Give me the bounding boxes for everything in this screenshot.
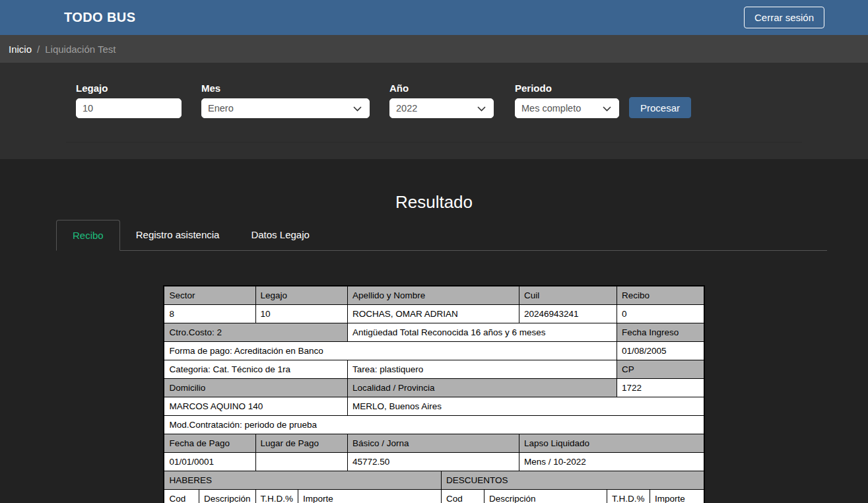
table-row: SectorLegajoApellido y NombreCuilRecibo bbox=[164, 286, 704, 305]
table-cell: Domicilio bbox=[164, 379, 347, 397]
table-row: MARCOS AQUINO 140MERLO, Buenos Aires bbox=[164, 397, 704, 416]
table-cell: Mod.Contratación: periodo de prueba bbox=[164, 416, 704, 434]
result-title: Resultado bbox=[0, 159, 868, 213]
periodo-label: Periodo bbox=[515, 83, 619, 94]
breadcrumb-separator: / bbox=[37, 44, 40, 55]
table-cell: Tarea: plastiquero bbox=[348, 360, 617, 379]
table-cell: Recibo bbox=[617, 286, 704, 305]
legajo-field: Legajo bbox=[76, 83, 182, 118]
table-row: Forma de pago: Acreditación en Banco01/0… bbox=[164, 342, 704, 360]
table-cell: Importe bbox=[650, 490, 704, 503]
receipt-table-wrap: SectorLegajoApellido y NombreCuilRecibo8… bbox=[0, 285, 868, 503]
table-cell: Antigüedad Total Reconocida 16 años y 6 … bbox=[348, 323, 617, 342]
table-row: CodDescripciónT.H.D.%ImporteCodDescripci… bbox=[164, 490, 704, 503]
form-divider bbox=[66, 142, 802, 143]
table-cell: 01/08/2005 bbox=[617, 342, 704, 360]
chevron-down-icon bbox=[353, 103, 362, 114]
table-cell: 01/01/0001 bbox=[164, 453, 255, 471]
table-cell: T.H.D.% bbox=[607, 490, 650, 503]
chevron-down-icon bbox=[477, 103, 486, 114]
table-cell: Descripción bbox=[199, 490, 255, 503]
breadcrumb-current: Liquidación Test bbox=[45, 44, 116, 55]
tab-datos-legajo[interactable]: Datos Legajo bbox=[235, 220, 325, 250]
breadcrumb: Inicio / Liquidación Test bbox=[0, 35, 868, 63]
filter-form-section: Legajo Mes Enero Año 2022 Periodo Mes co… bbox=[0, 63, 868, 159]
table-cell: 0 bbox=[617, 305, 704, 323]
table-cell: Fecha Ingreso bbox=[617, 323, 704, 342]
table-cell: Apellido y Nombre bbox=[348, 286, 519, 305]
table-cell: Sector bbox=[164, 286, 255, 305]
table-cell: MARCOS AQUINO 140 bbox=[164, 397, 347, 416]
mes-select-value: Enero bbox=[208, 103, 234, 114]
table-cell: MERLO, Buenos Aires bbox=[348, 397, 704, 416]
table-cell bbox=[255, 453, 348, 471]
table-cell: Lugar de Pago bbox=[255, 434, 348, 453]
table-cell: T.H.D.% bbox=[255, 490, 298, 503]
table-cell: 8 bbox=[164, 305, 255, 323]
table-cell: Ctro.Costo: 2 bbox=[164, 323, 347, 342]
table-cell: Mens / 10-2022 bbox=[519, 453, 704, 471]
table-cell: Fecha de Pago bbox=[164, 434, 255, 453]
breadcrumb-home-link[interactable]: Inicio bbox=[9, 44, 32, 55]
periodo-field: Periodo Mes completo bbox=[515, 83, 619, 118]
table-cell: Importe bbox=[298, 490, 442, 503]
anio-select[interactable]: 2022 bbox=[389, 98, 494, 118]
table-cell: 20246943241 bbox=[519, 305, 617, 323]
table-cell: 45772.50 bbox=[348, 453, 519, 471]
table-cell: Lapso Liquidado bbox=[519, 434, 704, 453]
top-navbar: TODO BUS Cerrar sesión bbox=[0, 0, 868, 35]
mes-label: Mes bbox=[201, 83, 370, 94]
table-cell: Forma de pago: Acreditación en Banco bbox=[164, 342, 617, 360]
mes-select[interactable]: Enero bbox=[201, 98, 370, 118]
table-row: Categoria: Cat. Técnico de 1raTarea: pla… bbox=[164, 360, 704, 379]
table-cell: ROCHAS, OMAR ADRIAN bbox=[348, 305, 519, 323]
periodo-select-value: Mes completo bbox=[521, 103, 581, 114]
app-brand: TODO BUS bbox=[64, 10, 135, 25]
chevron-down-icon bbox=[603, 103, 611, 114]
table-cell: Legajo bbox=[255, 286, 348, 305]
table-row: Mod.Contratación: periodo de prueba bbox=[164, 416, 704, 434]
table-cell: CP bbox=[617, 360, 704, 379]
table-cell: Descripción bbox=[484, 490, 607, 503]
table-row: Fecha de PagoLugar de PagoBásico / Jorna… bbox=[164, 434, 704, 453]
table-row: 01/01/000145772.50Mens / 10-2022 bbox=[164, 453, 704, 471]
table-cell: Cod bbox=[164, 490, 199, 503]
table-cell: Básico / Jorna bbox=[348, 434, 519, 453]
tab-registro-asistencia[interactable]: Registro asistencia bbox=[120, 220, 236, 250]
table-row: 810ROCHAS, OMAR ADRIAN202469432410 bbox=[164, 305, 704, 323]
legajo-input[interactable] bbox=[76, 98, 182, 118]
table-cell: Localidad / Provincia bbox=[348, 379, 617, 397]
results-section: Resultado ReciboRegistro asistenciaDatos… bbox=[0, 159, 868, 503]
anio-field: Año 2022 bbox=[389, 83, 494, 118]
table-cell: DESCUENTOS bbox=[442, 471, 704, 490]
table-cell: 10 bbox=[255, 305, 348, 323]
mes-field: Mes Enero bbox=[201, 83, 370, 118]
anio-select-value: 2022 bbox=[396, 103, 417, 114]
table-row: DomicilioLocalidad / Provincia1722 bbox=[164, 379, 704, 397]
table-cell: Cuil bbox=[519, 286, 617, 305]
table-row: HABERESDESCUENTOS bbox=[164, 471, 704, 490]
result-tabs: ReciboRegistro asistenciaDatos Legajo bbox=[56, 220, 827, 251]
anio-label: Año bbox=[389, 83, 494, 94]
table-row: Ctro.Costo: 2Antigüedad Total Reconocida… bbox=[164, 323, 704, 342]
procesar-button[interactable]: Procesar bbox=[629, 97, 691, 118]
receipt-table: SectorLegajoApellido y NombreCuilRecibo8… bbox=[163, 285, 704, 503]
table-cell: Categoria: Cat. Técnico de 1ra bbox=[164, 360, 347, 379]
table-cell: HABERES bbox=[164, 471, 441, 490]
periodo-select[interactable]: Mes completo bbox=[515, 98, 619, 118]
table-cell: 1722 bbox=[617, 379, 704, 397]
legajo-label: Legajo bbox=[76, 83, 182, 94]
table-cell: Cod bbox=[442, 490, 484, 503]
logout-button[interactable]: Cerrar sesión bbox=[744, 7, 824, 28]
tab-recibo[interactable]: Recibo bbox=[56, 220, 120, 251]
